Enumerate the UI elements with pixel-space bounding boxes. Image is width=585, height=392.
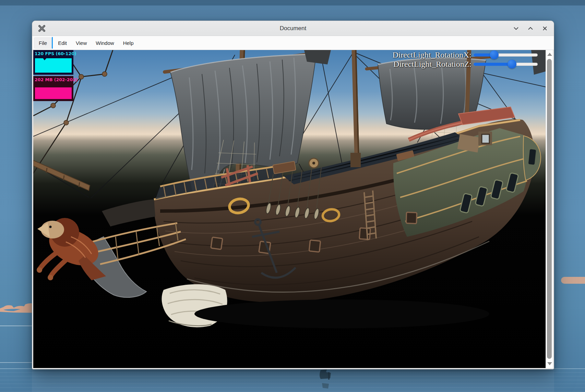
directlight-rotationz-slider[interactable] <box>474 63 538 66</box>
fps-monitor: 120 FPS (60-120) <box>33 50 73 75</box>
menu-help[interactable]: Help <box>119 38 138 48</box>
cross-app-icon <box>38 24 46 33</box>
memory-graph <box>35 87 72 99</box>
wallpaper-top-band <box>0 0 585 5</box>
app-window: Document F <box>32 21 554 369</box>
directlight-rotationx-slider-row: DirectLight_RotationX: <box>392 50 538 60</box>
slider-handle[interactable] <box>490 50 499 59</box>
window-reflection <box>32 369 554 392</box>
slider-handle[interactable] <box>508 60 516 69</box>
menu-focus-caret <box>52 37 53 49</box>
directlight-rotationz-slider-row: DirectLight_RotationZ: <box>393 59 538 69</box>
wallpaper-cloud-right <box>561 277 585 284</box>
chevron-down-icon <box>513 25 519 32</box>
galleon-3d-render[interactable] <box>33 50 546 368</box>
fps-graph <box>35 58 72 73</box>
scroll-up-arrow-icon[interactable] <box>547 53 552 56</box>
close-button[interactable] <box>541 25 548 32</box>
directlight-rotationx-label: DirectLight_RotationX: <box>392 50 471 60</box>
maximize-button[interactable] <box>527 25 534 32</box>
vertical-scrollbar[interactable] <box>546 50 553 368</box>
menu-edit[interactable]: Edit <box>53 38 71 48</box>
menu-window[interactable]: Window <box>91 38 118 48</box>
directlight-rotationz-label: DirectLight_RotationZ: <box>393 60 471 69</box>
memory-label: 202 MB (202-202) <box>33 76 73 83</box>
menu-file[interactable]: File <box>34 38 51 48</box>
desktop-background: Document F <box>0 0 585 392</box>
minimize-button[interactable] <box>513 25 520 32</box>
viewport-3d[interactable]: 120 FPS (60-120) 202 MB (202-202) Direct… <box>33 50 553 368</box>
memory-monitor: 202 MB (202-202) <box>33 76 73 101</box>
titlebar[interactable]: Document <box>32 21 554 36</box>
directlight-rotationx-slider[interactable] <box>474 53 538 57</box>
fps-label: 120 FPS (60-120) <box>33 50 73 57</box>
slider-fill <box>474 63 512 66</box>
window-controls <box>513 25 548 32</box>
scroll-down-arrow-icon[interactable] <box>547 362 552 365</box>
window-title: Document <box>32 25 554 32</box>
menubar: File Edit View Window Help <box>32 36 554 50</box>
menu-view[interactable]: View <box>71 38 91 48</box>
chevron-up-icon <box>527 25 534 32</box>
scrollbar-thumb[interactable] <box>547 59 552 359</box>
close-icon <box>542 25 548 32</box>
